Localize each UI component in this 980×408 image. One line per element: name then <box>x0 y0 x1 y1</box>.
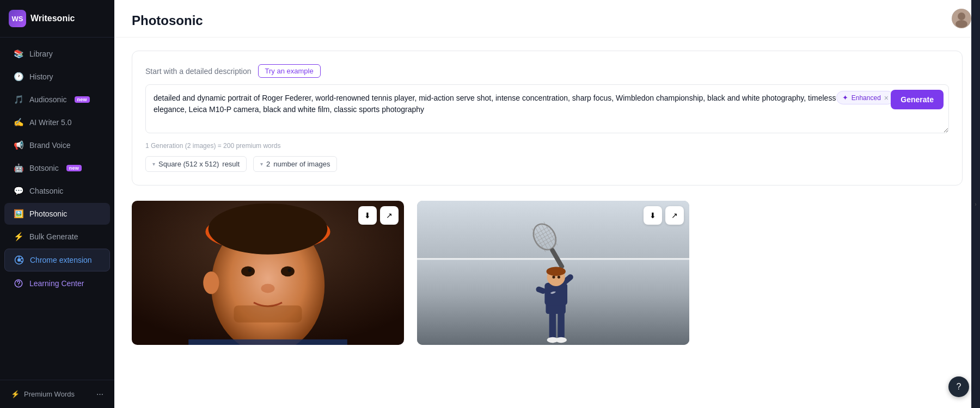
svg-point-13 <box>241 267 255 277</box>
gen-info: 1 Generation (2 images) = 200 premium wo… <box>145 142 949 150</box>
download-icon: ⬇ <box>650 211 656 220</box>
new-badge: new <box>75 96 90 103</box>
question-icon: ? <box>957 382 961 392</box>
page-title: Photosonic <box>132 13 963 28</box>
sidebar-item-label: Chatsonic <box>29 187 63 195</box>
download-image-2-button[interactable]: ⬇ <box>644 206 662 225</box>
image-1-actions: ⬇ ↗ <box>358 206 399 225</box>
sidebar-item-learning-center[interactable]: Learning Center <box>4 273 110 294</box>
chrome-extension-label: Chrome extension <box>30 256 92 264</box>
premium-words-item[interactable]: ⚡ Premium Words ⋯ <box>4 385 110 404</box>
sidebar-item-label: Botsonic <box>29 164 59 172</box>
sidebar-item-ai-writer[interactable]: ✍️ AI Writer 5.0 <box>4 112 110 133</box>
photosonic-icon: 🖼️ <box>13 208 24 219</box>
svg-point-1 <box>17 258 21 262</box>
try-example-button[interactable]: Try an example <box>258 64 321 78</box>
user-avatar[interactable] <box>952 9 971 28</box>
sidebar-item-brand-voice[interactable]: 📢 Brand Voice <box>4 134 110 156</box>
app-name: Writesonic <box>30 14 75 23</box>
main-content: Photosonic › Start with a detailed descr… <box>114 0 980 408</box>
generate-button[interactable]: Generate <box>891 90 944 109</box>
sidebar-item-photosonic[interactable]: 🖼️ Photosonic <box>4 203 110 225</box>
chevron-down-icon: ▾ <box>152 161 155 167</box>
enhanced-badge: ✦ Enhanced × <box>836 91 895 104</box>
app-logo[interactable]: WS Writesonic <box>0 0 114 38</box>
sidebar: WS Writesonic 📚 Library 🕐 History 🎵 Audi… <box>0 0 114 408</box>
learning-center-label: Learning Center <box>29 279 84 288</box>
svg-point-19 <box>203 271 219 294</box>
size-dropdown[interactable]: ▾ Square (512 x 512) result <box>145 156 247 172</box>
sidebar-nav: 📚 Library 🕐 History 🎵 Audiosonic new ✍️ … <box>0 38 114 380</box>
svg-point-48 <box>547 267 566 276</box>
sidebar-item-botsonic[interactable]: 🤖 Botsonic new <box>4 157 110 179</box>
chrome-icon <box>14 255 24 265</box>
svg-point-42 <box>555 337 567 343</box>
svg-line-4 <box>21 261 23 262</box>
sidebar-item-chrome-extension[interactable]: Chrome extension <box>4 249 110 271</box>
svg-point-17 <box>261 284 275 293</box>
prompt-textarea[interactable]: detailed and dynamic portrait of Roger F… <box>145 84 949 133</box>
sidebar-item-bulk-generate[interactable]: ⚡ Bulk Generate <box>4 226 110 248</box>
images-grid: ⬇ ↗ <box>132 201 963 345</box>
share-icon: ↗ <box>386 211 393 220</box>
new-badge: new <box>66 165 82 171</box>
sidebar-item-chatsonic[interactable]: 💬 Chatsonic <box>4 180 110 202</box>
bulk-generate-icon: ⚡ <box>13 231 24 242</box>
svg-rect-44 <box>544 283 567 306</box>
input-card: Start with a detailed description Try an… <box>132 51 963 186</box>
svg-point-6 <box>18 285 19 286</box>
sidebar-item-label: Bulk Generate <box>29 232 78 241</box>
sidebar-item-library[interactable]: 📚 Library <box>4 43 110 65</box>
svg-point-49 <box>552 276 555 279</box>
share-icon: ↗ <box>671 211 678 220</box>
enhanced-close-button[interactable]: × <box>884 94 889 102</box>
enhanced-label: Enhanced <box>852 94 881 102</box>
botsonic-icon: 🤖 <box>13 163 24 174</box>
sidebar-bottom: ⚡ Premium Words ⋯ <box>0 380 114 408</box>
content-area: Start with a detailed description Try an… <box>114 38 980 408</box>
premium-words-label: Premium Words <box>24 390 75 398</box>
sidebar-item-label: Brand Voice <box>29 141 71 150</box>
generated-image-1: ⬇ ↗ <box>132 201 404 345</box>
sidebar-item-label: AI Writer 5.0 <box>29 118 72 127</box>
sidebar-item-label: History <box>29 72 53 81</box>
images-count-suffix: number of images <box>273 160 330 168</box>
images-count-label: 2 <box>266 160 270 168</box>
history-icon: 🕐 <box>13 71 24 82</box>
svg-rect-21 <box>188 339 347 345</box>
svg-point-15 <box>248 269 252 272</box>
prompt-area-wrapper: detailed and dynamic portrait of Roger F… <box>145 84 949 135</box>
generated-image-2: ⬇ ↗ <box>417 201 689 345</box>
page-header: Photosonic <box>114 0 980 38</box>
svg-line-3 <box>21 258 23 259</box>
audiosonic-icon: 🎵 <box>13 94 24 105</box>
sidebar-item-label: Audiosonic <box>29 95 67 104</box>
help-button[interactable]: ? <box>948 376 969 397</box>
svg-rect-20 <box>234 305 302 322</box>
sidebar-item-history[interactable]: 🕐 History <box>4 66 110 88</box>
images-count-dropdown[interactable]: ▾ 2 number of images <box>253 156 337 172</box>
description-label: Start with a detailed description <box>145 67 252 76</box>
more-options-icon[interactable]: ⋯ <box>96 390 103 398</box>
sidebar-collapse-button[interactable]: › <box>971 0 980 408</box>
chevron-down-icon: ▾ <box>260 161 263 167</box>
share-image-2-button[interactable]: ↗ <box>665 206 684 225</box>
premium-words-icon: ⚡ <box>11 390 20 398</box>
sidebar-item-audiosonic[interactable]: 🎵 Audiosonic new <box>4 89 110 110</box>
collapse-icon: › <box>975 201 976 207</box>
svg-point-8 <box>958 13 965 20</box>
brand-voice-icon: 📢 <box>13 140 24 151</box>
ai-writer-icon: ✍️ <box>13 117 24 128</box>
size-suffix: result <box>222 160 240 168</box>
svg-point-14 <box>281 267 295 277</box>
share-image-1-button[interactable]: ↗ <box>380 206 399 225</box>
library-icon: 📚 <box>13 48 24 59</box>
sidebar-item-label: Photosonic <box>29 209 67 218</box>
image-2-actions: ⬇ ↗ <box>644 206 684 225</box>
svg-point-9 <box>955 20 967 28</box>
svg-point-18 <box>209 203 328 255</box>
sparkle-icon: ✦ <box>842 94 848 102</box>
download-icon: ⬇ <box>364 211 371 220</box>
download-image-1-button[interactable]: ⬇ <box>358 206 377 225</box>
size-label: Square (512 x 512) <box>158 160 219 168</box>
